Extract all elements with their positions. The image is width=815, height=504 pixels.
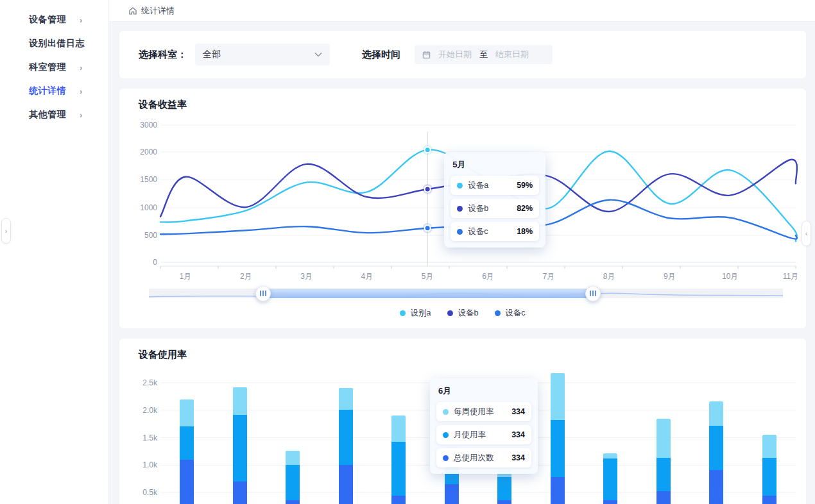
datazoom-handle-left[interactable] (255, 286, 271, 301)
legend-dot-icon (400, 310, 406, 316)
bar-segment-月使用率[interactable] (180, 426, 194, 459)
sidebar-item-label: 其他管理 (29, 109, 66, 121)
breadcrumb-label: 统计详情 (141, 5, 175, 17)
datazoom-handle-right[interactable] (585, 286, 601, 301)
bar-segment-月使用率[interactable] (709, 426, 723, 470)
bar-segment-每周使用率[interactable] (339, 388, 353, 410)
sidebar-item-lend-log[interactable]: 设别出借日志 › (0, 31, 108, 55)
bar-segment-每周使用率[interactable] (233, 387, 247, 415)
bar-segment-月使用率[interactable] (233, 415, 247, 482)
y-axis-tick-label: 2.5k (128, 378, 157, 387)
x-axis-tick-label: 11月 (783, 271, 798, 282)
bar-segment-月使用率[interactable] (339, 410, 353, 465)
bar-segment-总使用次数[interactable] (762, 496, 776, 504)
tooltip-row: 设备b82% (450, 199, 539, 218)
y-axis-tick-label: 0.5k (128, 488, 157, 497)
bar-segment-总使用次数[interactable] (339, 465, 353, 504)
bar-segment-每周使用率[interactable] (286, 451, 300, 465)
revenue-chart-title: 设备收益率 (139, 99, 187, 111)
tooltip-series-label: 总使用次数 (454, 453, 502, 464)
sidebar-collapse-button[interactable]: › (1, 218, 11, 244)
handle-grip-icon (590, 290, 591, 296)
x-axis-tick-label: 8月 (603, 271, 615, 282)
bar-segment-总使用次数[interactable] (709, 470, 723, 504)
bar-segment-总使用次数[interactable] (656, 491, 671, 504)
bar-segment-月使用率[interactable] (497, 477, 511, 500)
date-range-picker[interactable]: 开始日期 至 结束日期 (415, 45, 553, 64)
series-dot-icon (443, 432, 449, 438)
chevron-left-icon: ‹ (805, 230, 808, 237)
x-axis-tick-label: 4月 (361, 271, 373, 282)
department-select-value: 全部 (203, 49, 314, 60)
handle-grip-icon (260, 290, 261, 296)
bar-segment-每周使用率[interactable] (762, 435, 776, 458)
bar-segment-月使用率[interactable] (286, 465, 300, 500)
bar-segment-总使用次数[interactable] (286, 500, 300, 504)
hover-dot-halo (422, 223, 433, 233)
bar-segment-每周使用率[interactable] (391, 416, 406, 442)
time-filter-label: 选择时间 (362, 49, 400, 61)
legend-item-a[interactable]: 设别a (400, 308, 431, 319)
datazoom-track[interactable] (149, 289, 783, 298)
x-axis-tick-label: 1月 (180, 271, 192, 282)
series-dot-icon (457, 183, 463, 189)
tooltip-series-value: 82% (517, 204, 533, 213)
bar-segment-总使用次数[interactable] (180, 460, 194, 504)
series-dot-icon (457, 206, 463, 212)
sidebar: 设备管理 › 设别出借日志 › 科室管理 › 统计详情 › 其他管理 › (0, 0, 109, 504)
date-range-separator: 至 (479, 49, 488, 60)
bar-segment-月使用率[interactable] (656, 458, 671, 491)
tooltip-row: 每周使用率334 (436, 402, 531, 421)
bar-segment-月使用率[interactable] (391, 442, 406, 496)
bar-segment-每周使用率[interactable] (709, 401, 723, 426)
data-shadow-line (149, 293, 783, 297)
handle-grip-icon (595, 290, 596, 296)
bar-segment-每周使用率[interactable] (603, 453, 617, 458)
sidebar-item-device-management[interactable]: 设备管理 › (0, 8, 108, 31)
legend-item-b[interactable]: 设备b (447, 308, 478, 319)
datazoom-data-shadow (149, 289, 783, 298)
sidebar-item-statistics[interactable]: 统计详情 › (0, 79, 108, 103)
bar-segment-总使用次数[interactable] (603, 500, 617, 504)
bar-segment-月使用率[interactable] (551, 420, 565, 477)
chevron-right-icon: › (80, 15, 82, 24)
sidebar-item-other[interactable]: 其他管理 › (0, 103, 108, 126)
y-axis-tick-label: 1500 (128, 175, 157, 184)
tooltip-row: 设备a59% (450, 176, 539, 195)
usage-chart-tooltip: 6月每周使用率334月使用率334总使用次数334 (430, 378, 538, 474)
bar-segment-总使用次数[interactable] (551, 477, 565, 504)
panel-collapse-button[interactable]: ‹ (802, 221, 811, 246)
sidebar-item-label: 统计详情 (29, 85, 66, 97)
y-axis-tick-label: 500 (128, 231, 157, 240)
bar-segment-每周使用率[interactable] (180, 399, 194, 427)
tooltip-series-value: 334 (511, 430, 525, 439)
tooltip-series-value: 334 (511, 453, 525, 462)
y-axis-tick-label: 0 (128, 258, 157, 267)
breadcrumb[interactable]: 统计详情 (128, 5, 175, 17)
bar-segment-每周使用率[interactable] (656, 419, 671, 458)
legend-label: 设备c (505, 308, 525, 319)
bar-segment-总使用次数[interactable] (391, 496, 406, 504)
calendar-icon (422, 51, 431, 59)
legend-item-c[interactable]: 设备c (495, 308, 525, 319)
bar-segment-总使用次数[interactable] (445, 484, 459, 504)
bar-segment-每周使用率[interactable] (551, 373, 565, 420)
end-date-input[interactable]: 结束日期 (495, 49, 529, 60)
tooltip-title: 6月 (438, 385, 531, 397)
series-dot-icon (443, 455, 449, 461)
tooltip-series-label: 设备a (468, 180, 508, 191)
hover-dot (425, 225, 431, 231)
tooltip-series-label: 月使用率 (454, 430, 502, 441)
bar-segment-总使用次数[interactable] (233, 482, 247, 504)
sidebar-item-department[interactable]: 科室管理 › (0, 55, 108, 79)
sidebar-item-label: 设备管理 (29, 14, 66, 26)
bar-segment-总使用次数[interactable] (497, 500, 511, 504)
x-axis-tick-label: 5月 (422, 271, 434, 282)
y-axis-tick-label: 2000 (128, 147, 157, 156)
start-date-input[interactable]: 开始日期 (438, 49, 472, 60)
bar-segment-月使用率[interactable] (603, 458, 617, 500)
department-select[interactable]: 全部 (195, 44, 330, 65)
filter-bar: 选择科室： 全部 选择时间 开始日期 至 结束日期 (119, 31, 806, 78)
bar-segment-月使用率[interactable] (762, 458, 776, 496)
tooltip-row: 总使用次数334 (436, 448, 531, 467)
